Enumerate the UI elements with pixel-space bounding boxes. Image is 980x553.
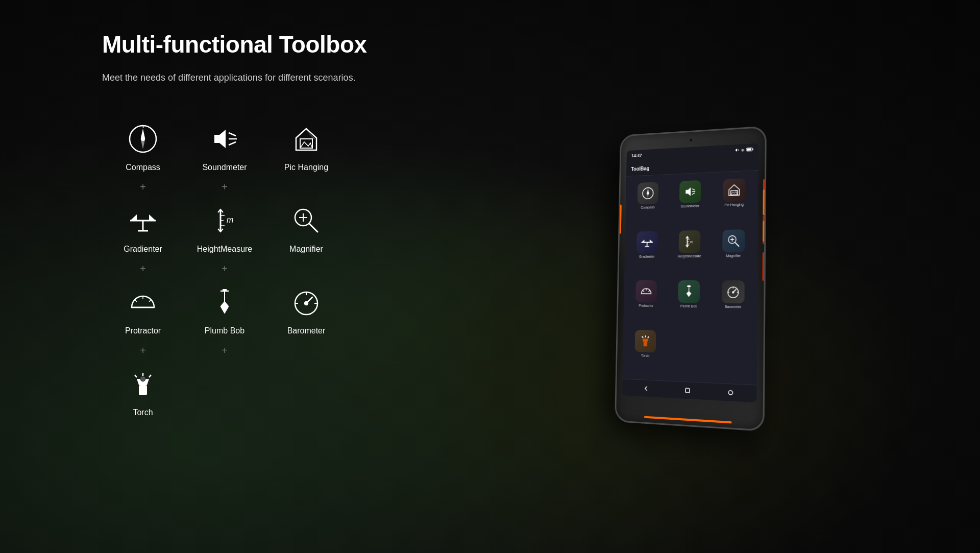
- svg-line-88: [648, 336, 649, 338]
- phone-compass-name: Compass: [641, 205, 654, 209]
- phone-heightmeasure-icon: m: [679, 230, 701, 252]
- phone-app-protractor[interactable]: Protractor: [625, 277, 667, 326]
- svg-line-74: [648, 290, 650, 292]
- phone-app-heightmeasure[interactable]: m HeightMeasure: [668, 227, 711, 276]
- page-subtitle: Meet the needs of different applications…: [102, 70, 368, 85]
- wifi-icon: [741, 148, 745, 152]
- phone-barometer-name: Barometer: [725, 304, 742, 308]
- plus-r1c1: +: [222, 181, 228, 193]
- compass-icon: N: [125, 121, 161, 157]
- tool-item-soundmeter: Soundmeter: [184, 111, 265, 182]
- status-time: 14:47: [631, 153, 642, 158]
- phone-app-magnifier[interactable]: Magnifier: [712, 226, 756, 276]
- phone-soundmeter-icon: [679, 180, 701, 203]
- phone-magnifier-name: Magnifier: [726, 253, 741, 257]
- svg-text:m: m: [690, 239, 693, 244]
- svg-point-44: [742, 151, 743, 152]
- svg-line-68: [735, 242, 739, 246]
- nav-circle-icon[interactable]: [726, 388, 734, 397]
- svg-point-51: [647, 192, 649, 194]
- svg-rect-78: [688, 285, 690, 286]
- right-panel: 14:47: [439, 0, 980, 553]
- phone-barometer-icon: [722, 280, 745, 303]
- plus-r3c1: +: [222, 345, 228, 356]
- phone-screen: 14:47: [622, 143, 758, 402]
- phone-protractor-icon: [635, 280, 657, 302]
- svg-marker-11: [130, 214, 137, 221]
- svg-line-73: [643, 290, 644, 292]
- tool-item-heightmeasure: m HeightMeasure: [184, 193, 265, 264]
- tool-item-magnifier: Magnifier: [265, 193, 347, 264]
- svg-marker-76: [687, 291, 691, 297]
- spacer-r3c2: [265, 346, 347, 356]
- magnifier-label: Magnifier: [289, 245, 323, 254]
- svg-line-87: [642, 336, 644, 338]
- content-wrapper: Multi-functional Toolbox Meet the needs …: [0, 0, 980, 553]
- phone-app-compass[interactable]: Compass: [627, 178, 669, 227]
- phone-app-torch[interactable]: Torch: [624, 326, 666, 376]
- svg-line-42: [738, 149, 739, 150]
- svg-rect-36: [139, 385, 147, 395]
- plumb-bob-label: Plumb Bob: [205, 326, 244, 335]
- heightmeasure-label: HeightMeasure: [197, 245, 253, 254]
- svg-marker-29: [220, 301, 229, 314]
- phone-mockup: 14:47: [615, 126, 767, 431]
- phone-pic-hanging-icon: [723, 178, 745, 202]
- svg-line-8: [229, 142, 236, 145]
- phone-bottom-accent: [644, 416, 732, 423]
- page-title: Multi-functional Toolbox: [102, 31, 408, 58]
- phone-app-gradienter[interactable]: Gradienter: [626, 227, 668, 276]
- svg-line-38: [135, 375, 137, 377]
- phone-heightmeasure-name: HeightMeasure: [678, 254, 701, 257]
- phone-protractor-name: Protractor: [639, 303, 653, 307]
- svg-text:m: m: [227, 215, 233, 224]
- compass-label: Compass: [126, 163, 160, 172]
- nav-home-icon[interactable]: [683, 386, 692, 395]
- gradienter-label: Gradienter: [124, 245, 162, 254]
- phone-accent-right: [763, 189, 766, 215]
- torch-icon: [125, 366, 161, 402]
- protractor-icon: [125, 284, 161, 320]
- phone-magnifier-icon: [722, 229, 745, 252]
- soundmeter-icon: [207, 121, 242, 157]
- phone-soundmeter-name: SoundMeter: [681, 204, 700, 208]
- phone-camera: [689, 138, 693, 142]
- phone-app-pic-hanging[interactable]: Pic Hanging: [712, 175, 756, 226]
- phone-torch-icon: [635, 329, 656, 352]
- svg-rect-89: [685, 388, 690, 393]
- phone-gradienter-icon: [636, 231, 658, 253]
- tool-item-torch: Torch: [102, 356, 184, 427]
- svg-line-6: [229, 133, 236, 136]
- svg-line-53: [692, 188, 695, 190]
- svg-line-55: [692, 193, 695, 194]
- phone-app-plumb-bob[interactable]: Plumb Bob: [667, 277, 710, 327]
- phone-compass-icon: [638, 182, 658, 204]
- phone-pic-hanging-name: Pic Hanging: [724, 202, 744, 206]
- nav-back-icon[interactable]: [642, 384, 650, 393]
- svg-point-84: [732, 292, 734, 293]
- phone-app-barometer[interactable]: Barometer: [711, 277, 755, 328]
- svg-point-35: [305, 302, 308, 305]
- phone-accent-left: [618, 204, 622, 234]
- phone-button-3: [762, 252, 766, 281]
- phone-gradienter-name: Gradienter: [639, 254, 655, 258]
- phone-accent-right2: [763, 221, 766, 242]
- phone-plumb-bob-name: Plumb Bob: [680, 304, 697, 307]
- plus-r2c0: +: [140, 263, 146, 275]
- pic-hanging-icon: [288, 121, 324, 157]
- screen-inner: 14:47: [622, 143, 758, 402]
- heightmeasure-icon: m: [207, 203, 242, 238]
- svg-marker-5: [214, 130, 226, 148]
- tool-item-gradienter: Gradienter: [102, 193, 184, 264]
- svg-line-27: [149, 300, 151, 302]
- phone-app-soundmeter[interactable]: SoundMeter: [669, 177, 712, 227]
- status-icons: [735, 147, 753, 152]
- svg-marker-12: [149, 214, 156, 221]
- plus-r2c1: +: [222, 263, 228, 275]
- svg-line-21: [309, 224, 317, 232]
- svg-line-43: [738, 150, 739, 151]
- plumb-bob-icon: [207, 284, 242, 320]
- svg-marker-58: [642, 239, 645, 242]
- svg-marker-52: [685, 187, 691, 196]
- tool-item-protractor: Protractor: [102, 274, 184, 346]
